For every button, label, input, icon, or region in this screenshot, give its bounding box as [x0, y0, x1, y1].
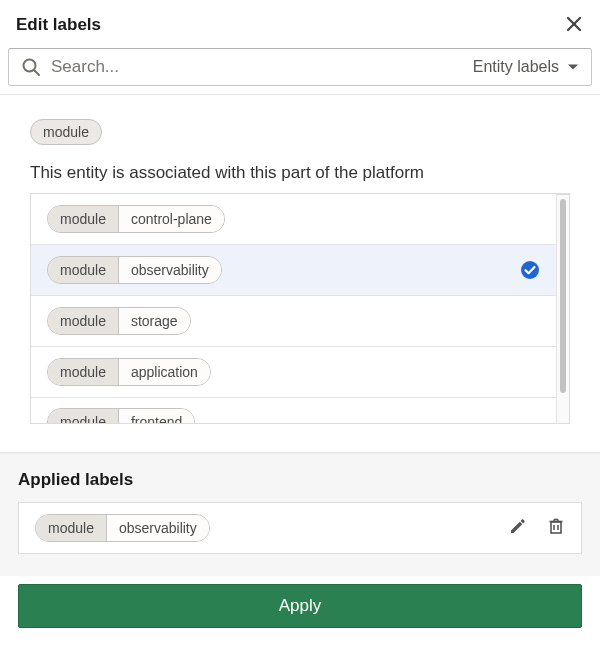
- label-value: observability: [119, 257, 221, 283]
- pencil-icon: [509, 517, 527, 539]
- svg-line-3: [35, 71, 40, 76]
- svg-point-4: [521, 261, 539, 279]
- search-icon: [21, 57, 41, 77]
- checkmark-icon: [520, 260, 540, 280]
- results-section: module This entity is associated with th…: [0, 95, 600, 424]
- option-row[interactable]: module application: [31, 347, 556, 398]
- label-key: module: [48, 409, 119, 424]
- option-row[interactable]: module frontend: [31, 398, 556, 424]
- label-key: module: [48, 257, 119, 283]
- option-row[interactable]: module control-plane: [31, 194, 556, 245]
- label-chip: module observability: [35, 514, 210, 542]
- query-key-text: module: [43, 124, 89, 140]
- dialog-footer: Apply: [0, 576, 600, 644]
- label-chip: module control-plane: [47, 205, 225, 233]
- close-icon: [566, 12, 582, 37]
- scrollbar[interactable]: [556, 194, 570, 424]
- delete-button[interactable]: [547, 517, 565, 539]
- label-value: observability: [107, 515, 209, 541]
- applied-labels-section: Applied labels module observability: [0, 453, 600, 576]
- applied-label-row: module observability: [18, 502, 582, 554]
- dialog-header: Edit labels: [0, 0, 600, 48]
- label-chip: module observability: [47, 256, 222, 284]
- label-chip: module storage: [47, 307, 191, 335]
- label-key: module: [48, 359, 119, 385]
- option-row[interactable]: module observability: [31, 245, 556, 296]
- label-chip: module frontend: [47, 408, 195, 424]
- query-key-chip: module: [30, 119, 102, 145]
- query-description: This entity is associated with this part…: [30, 163, 570, 183]
- option-row[interactable]: module storage: [31, 296, 556, 347]
- label-chip: module application: [47, 358, 211, 386]
- label-key: module: [48, 308, 119, 334]
- options-list-wrapper: module control-plane module observabilit…: [30, 193, 570, 424]
- svg-point-2: [24, 60, 36, 72]
- options-list: module control-plane module observabilit…: [30, 194, 556, 424]
- apply-button[interactable]: Apply: [18, 584, 582, 628]
- label-key: module: [36, 515, 107, 541]
- label-key: module: [48, 206, 119, 232]
- search-input[interactable]: [41, 57, 465, 77]
- scrollbar-thumb[interactable]: [560, 199, 566, 393]
- label-scope-value: Entity labels: [473, 58, 559, 76]
- edit-labels-dialog: Edit labels Entity labels module This en…: [0, 0, 600, 644]
- dialog-title: Edit labels: [16, 15, 101, 35]
- svg-rect-5: [551, 522, 561, 533]
- label-value: control-plane: [119, 206, 224, 232]
- trash-icon: [547, 517, 565, 539]
- label-scope-select[interactable]: Entity labels: [465, 58, 579, 76]
- close-button[interactable]: [564, 14, 584, 36]
- edit-button[interactable]: [509, 517, 527, 539]
- search-bar: Entity labels: [8, 48, 592, 86]
- label-value: storage: [119, 308, 190, 334]
- label-value: frontend: [119, 409, 194, 424]
- apply-button-label: Apply: [279, 596, 322, 615]
- label-value: application: [119, 359, 210, 385]
- applied-title: Applied labels: [18, 470, 582, 490]
- applied-actions: [509, 517, 565, 539]
- caret-down-icon: [567, 61, 579, 73]
